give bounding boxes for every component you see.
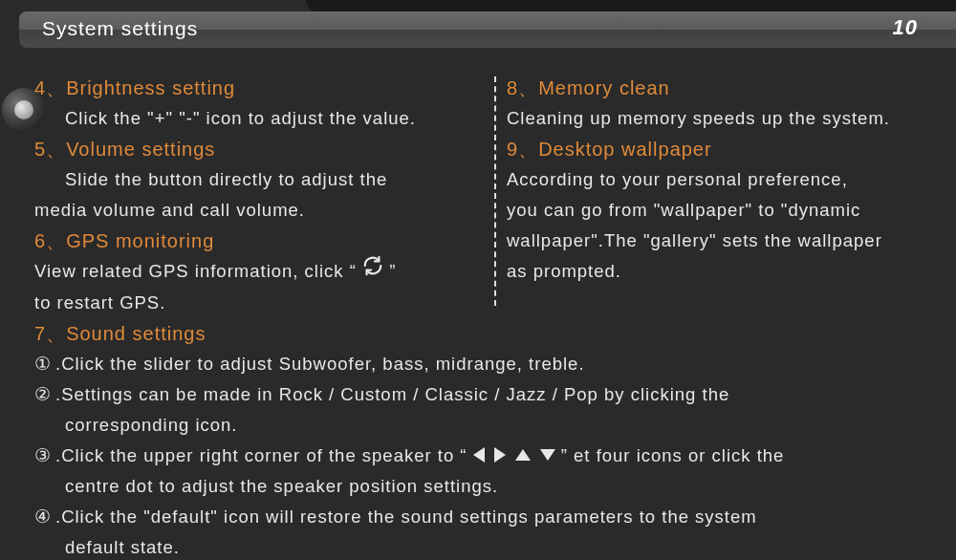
section-9-body-2: you can go from "wallpaper" to "dynamic xyxy=(507,195,929,226)
section-5-title: Volume settings xyxy=(66,139,215,160)
sound-item-4-text-a: .Click the "default" icon will restore t… xyxy=(55,506,757,527)
sound-item-2-text-a: .Settings can be made in Rock / Custom /… xyxy=(55,384,729,404)
section-7-title: Sound settings xyxy=(66,323,206,344)
page-title: System settings xyxy=(42,17,198,40)
sound-item-3-text-a: .Click the upper right corner of the spe… xyxy=(55,445,467,465)
section-6-text-1: View related GPS information, click “ xyxy=(34,261,357,281)
section-7-number: 7、 xyxy=(34,323,66,344)
section-4-title: Brightness setting xyxy=(66,77,235,98)
content-area: 4、Brightness setting Click the "+" "-" i… xyxy=(0,52,956,560)
sound-item-1-text: .Click the slider to adjust Subwoofer, b… xyxy=(55,354,585,374)
section-4-heading: 4、Brightness setting xyxy=(34,73,474,103)
section-6-body-3: to restart GPS. xyxy=(34,288,474,318)
sound-item-2-text-b: corresponding icon. xyxy=(34,410,929,441)
section-7-heading: 7、Sound settings xyxy=(34,318,474,349)
section-6-body: View related GPS information, click “ ” xyxy=(34,256,474,288)
section-8-title: Memory clean xyxy=(538,77,670,98)
triangle-right-icon xyxy=(494,447,506,463)
section-6-number: 6、 xyxy=(34,230,66,251)
page-number: 10 xyxy=(893,15,918,40)
section-6-title: GPS monitoring xyxy=(66,230,214,251)
section-5-body-2: media volume and call volume. xyxy=(34,195,474,226)
section-4-number: 4、 xyxy=(34,77,66,98)
section-9-body-4: as prompted. xyxy=(507,256,929,287)
section-8-number: 8、 xyxy=(507,77,538,98)
section-5-heading: 5、Volume settings xyxy=(34,134,474,164)
circled-1: ① xyxy=(34,349,55,379)
circled-3: ③ xyxy=(34,441,55,471)
sound-item-4: ④.Click the "default" icon will restore … xyxy=(34,502,929,532)
sound-item-3-text-c: centre dot to adjust the speaker positio… xyxy=(34,471,929,502)
column-divider xyxy=(494,76,496,306)
section-9-body-1: According to your personal preference, xyxy=(507,164,929,195)
section-4-body: Click the "+" "-" icon to adjust the val… xyxy=(34,103,474,134)
sound-item-3: ③.Click the upper right corner of the sp… xyxy=(34,441,929,471)
section-8-body: Cleaning up memory speeds up the system. xyxy=(507,103,929,134)
section-6-text-2: ” xyxy=(389,261,396,281)
section-5-body-1: Slide the button directly to adjust the xyxy=(34,164,474,195)
sound-item-2: ②.Settings can be made in Rock / Custom … xyxy=(34,379,929,410)
refresh-icon xyxy=(362,255,383,286)
sound-item-3-text-b: ” et four icons or click the xyxy=(561,445,785,465)
section-6-heading: 6、GPS monitoring xyxy=(34,226,474,256)
circled-4: ④ xyxy=(34,502,55,532)
right-column: 8、Memory clean Cleaning up memory speeds… xyxy=(484,73,929,349)
section-5-number: 5、 xyxy=(34,139,66,160)
arrow-icons xyxy=(473,447,555,463)
section-9-heading: 9、Desktop wallpaper xyxy=(507,134,929,164)
sound-settings-list: ①.Click the slider to adjust Subwoofer, … xyxy=(34,349,929,560)
section-9-title: Desktop wallpaper xyxy=(538,139,712,160)
sound-item-4-text-b: default state. xyxy=(34,532,929,560)
section-8-heading: 8、Memory clean xyxy=(507,73,929,103)
section-9-number: 9、 xyxy=(507,139,538,160)
circled-2: ② xyxy=(34,379,55,410)
triangle-left-icon xyxy=(473,447,485,463)
section-9-body-3: wallpaper".The "gallery" sets the wallpa… xyxy=(507,226,929,256)
triangle-up-icon xyxy=(515,449,531,461)
sound-item-1: ①.Click the slider to adjust Subwoofer, … xyxy=(34,349,929,379)
triangle-down-icon xyxy=(540,449,555,461)
left-column: 4、Brightness setting Click the "+" "-" i… xyxy=(34,73,484,349)
page-header: System settings 10 xyxy=(0,0,956,52)
